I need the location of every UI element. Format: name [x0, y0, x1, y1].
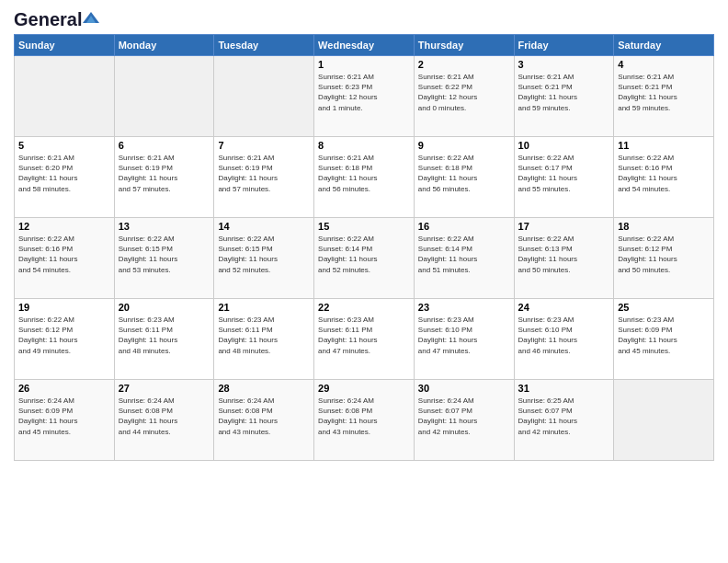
day-info: Sunrise: 6:22 AMSunset: 6:17 PMDaylight:…	[518, 153, 610, 194]
calendar-table: Sunday Monday Tuesday Wednesday Thursday…	[14, 34, 714, 461]
calendar-cell: 7Sunrise: 6:21 AMSunset: 6:19 PMDaylight…	[214, 137, 314, 218]
calendar-cell: 5Sunrise: 6:21 AMSunset: 6:20 PMDaylight…	[15, 137, 115, 218]
day-number: 25	[618, 302, 710, 313]
day-number: 15	[318, 221, 410, 232]
col-thursday: Thursday	[414, 35, 514, 56]
calendar-cell	[214, 56, 314, 137]
page: General Sunday Monday Tuesday Wednesday …	[0, 0, 728, 563]
calendar-cell: 4Sunrise: 6:21 AMSunset: 6:21 PMDaylight…	[614, 56, 714, 137]
calendar-week-row: 1Sunrise: 6:21 AMSunset: 6:23 PMDaylight…	[15, 56, 714, 137]
day-info: Sunrise: 6:21 AMSunset: 6:22 PMDaylight:…	[418, 72, 510, 113]
calendar-cell: 25Sunrise: 6:23 AMSunset: 6:09 PMDayligh…	[614, 299, 714, 380]
day-number: 26	[18, 383, 110, 394]
day-number: 13	[119, 221, 210, 232]
calendar-week-row: 12Sunrise: 6:22 AMSunset: 6:16 PMDayligh…	[15, 218, 714, 299]
day-info: Sunrise: 6:22 AMSunset: 6:15 PMDaylight:…	[119, 234, 210, 275]
day-info: Sunrise: 6:22 AMSunset: 6:12 PMDaylight:…	[18, 315, 110, 356]
day-info: Sunrise: 6:22 AMSunset: 6:12 PMDaylight:…	[618, 234, 710, 275]
day-number: 24	[518, 302, 610, 313]
day-info: Sunrise: 6:24 AMSunset: 6:07 PMDaylight:…	[418, 396, 510, 437]
day-number: 14	[218, 221, 310, 232]
calendar-cell: 26Sunrise: 6:24 AMSunset: 6:09 PMDayligh…	[15, 380, 115, 461]
day-info: Sunrise: 6:22 AMSunset: 6:14 PMDaylight:…	[418, 234, 510, 275]
calendar-cell: 6Sunrise: 6:21 AMSunset: 6:19 PMDaylight…	[114, 137, 214, 218]
day-info: Sunrise: 6:22 AMSunset: 6:14 PMDaylight:…	[318, 234, 410, 275]
day-info: Sunrise: 6:24 AMSunset: 6:08 PMDaylight:…	[318, 396, 410, 437]
day-number: 9	[418, 140, 510, 151]
day-info: Sunrise: 6:23 AMSunset: 6:09 PMDaylight:…	[618, 315, 710, 356]
calendar-cell: 9Sunrise: 6:22 AMSunset: 6:18 PMDaylight…	[414, 137, 514, 218]
day-info: Sunrise: 6:23 AMSunset: 6:11 PMDaylight:…	[218, 315, 310, 356]
day-info: Sunrise: 6:22 AMSunset: 6:16 PMDaylight:…	[18, 234, 110, 275]
col-monday: Monday	[114, 35, 214, 56]
day-number: 3	[518, 59, 610, 70]
calendar-cell	[614, 380, 714, 461]
calendar-cell: 18Sunrise: 6:22 AMSunset: 6:12 PMDayligh…	[614, 218, 714, 299]
calendar-cell: 28Sunrise: 6:24 AMSunset: 6:08 PMDayligh…	[214, 380, 314, 461]
day-number: 19	[18, 302, 110, 313]
calendar-cell: 24Sunrise: 6:23 AMSunset: 6:10 PMDayligh…	[514, 299, 614, 380]
calendar-cell: 3Sunrise: 6:21 AMSunset: 6:21 PMDaylight…	[514, 56, 614, 137]
calendar-cell: 31Sunrise: 6:25 AMSunset: 6:07 PMDayligh…	[514, 380, 614, 461]
calendar-cell	[114, 56, 214, 137]
day-number: 29	[318, 383, 410, 394]
day-number: 27	[119, 383, 210, 394]
day-info: Sunrise: 6:21 AMSunset: 6:18 PMDaylight:…	[318, 153, 410, 194]
calendar-cell: 19Sunrise: 6:22 AMSunset: 6:12 PMDayligh…	[15, 299, 115, 380]
day-info: Sunrise: 6:21 AMSunset: 6:19 PMDaylight:…	[218, 153, 310, 194]
day-number: 2	[418, 59, 510, 70]
day-number: 23	[418, 302, 510, 313]
col-wednesday: Wednesday	[314, 35, 415, 56]
day-info: Sunrise: 6:21 AMSunset: 6:19 PMDaylight:…	[119, 153, 210, 194]
calendar-cell: 22Sunrise: 6:23 AMSunset: 6:11 PMDayligh…	[314, 299, 415, 380]
day-number: 17	[518, 221, 610, 232]
day-number: 8	[318, 140, 410, 151]
calendar-header-row: Sunday Monday Tuesday Wednesday Thursday…	[15, 35, 714, 56]
day-number: 11	[618, 140, 710, 151]
calendar-cell: 2Sunrise: 6:21 AMSunset: 6:22 PMDaylight…	[414, 56, 514, 137]
day-info: Sunrise: 6:22 AMSunset: 6:18 PMDaylight:…	[418, 153, 510, 194]
day-number: 6	[119, 140, 210, 151]
day-info: Sunrise: 6:23 AMSunset: 6:10 PMDaylight:…	[418, 315, 510, 356]
calendar-week-row: 26Sunrise: 6:24 AMSunset: 6:09 PMDayligh…	[15, 380, 714, 461]
calendar-cell	[15, 56, 115, 137]
calendar-cell: 12Sunrise: 6:22 AMSunset: 6:16 PMDayligh…	[15, 218, 115, 299]
logo-icon	[83, 10, 99, 27]
day-info: Sunrise: 6:22 AMSunset: 6:15 PMDaylight:…	[218, 234, 310, 275]
day-number: 1	[318, 59, 410, 70]
day-number: 5	[18, 140, 110, 151]
day-number: 4	[618, 59, 710, 70]
calendar-cell: 27Sunrise: 6:24 AMSunset: 6:08 PMDayligh…	[114, 380, 214, 461]
calendar-week-row: 19Sunrise: 6:22 AMSunset: 6:12 PMDayligh…	[15, 299, 714, 380]
calendar-cell: 11Sunrise: 6:22 AMSunset: 6:16 PMDayligh…	[614, 137, 714, 218]
col-saturday: Saturday	[614, 35, 714, 56]
col-friday: Friday	[514, 35, 614, 56]
calendar-cell: 21Sunrise: 6:23 AMSunset: 6:11 PMDayligh…	[214, 299, 314, 380]
col-sunday: Sunday	[15, 35, 115, 56]
calendar-cell: 17Sunrise: 6:22 AMSunset: 6:13 PMDayligh…	[514, 218, 614, 299]
calendar-cell: 8Sunrise: 6:21 AMSunset: 6:18 PMDaylight…	[314, 137, 415, 218]
day-number: 7	[218, 140, 310, 151]
calendar-cell: 23Sunrise: 6:23 AMSunset: 6:10 PMDayligh…	[414, 299, 514, 380]
day-info: Sunrise: 6:21 AMSunset: 6:23 PMDaylight:…	[318, 72, 410, 113]
calendar-cell: 13Sunrise: 6:22 AMSunset: 6:15 PMDayligh…	[114, 218, 214, 299]
day-number: 31	[518, 383, 610, 394]
day-info: Sunrise: 6:23 AMSunset: 6:11 PMDaylight:…	[318, 315, 410, 356]
logo: General	[14, 9, 99, 27]
day-number: 28	[218, 383, 310, 394]
day-number: 16	[418, 221, 510, 232]
calendar-cell: 16Sunrise: 6:22 AMSunset: 6:14 PMDayligh…	[414, 218, 514, 299]
day-info: Sunrise: 6:24 AMSunset: 6:08 PMDaylight:…	[218, 396, 310, 437]
day-number: 22	[318, 302, 410, 313]
day-info: Sunrise: 6:24 AMSunset: 6:09 PMDaylight:…	[18, 396, 110, 437]
day-info: Sunrise: 6:24 AMSunset: 6:08 PMDaylight:…	[119, 396, 210, 437]
calendar-cell: 1Sunrise: 6:21 AMSunset: 6:23 PMDaylight…	[314, 56, 415, 137]
day-number: 12	[18, 221, 110, 232]
calendar-cell: 15Sunrise: 6:22 AMSunset: 6:14 PMDayligh…	[314, 218, 415, 299]
day-number: 21	[218, 302, 310, 313]
header: General	[14, 9, 714, 27]
day-info: Sunrise: 6:21 AMSunset: 6:20 PMDaylight:…	[18, 153, 110, 194]
day-number: 30	[418, 383, 510, 394]
calendar-week-row: 5Sunrise: 6:21 AMSunset: 6:20 PMDaylight…	[15, 137, 714, 218]
calendar-cell: 30Sunrise: 6:24 AMSunset: 6:07 PMDayligh…	[414, 380, 514, 461]
